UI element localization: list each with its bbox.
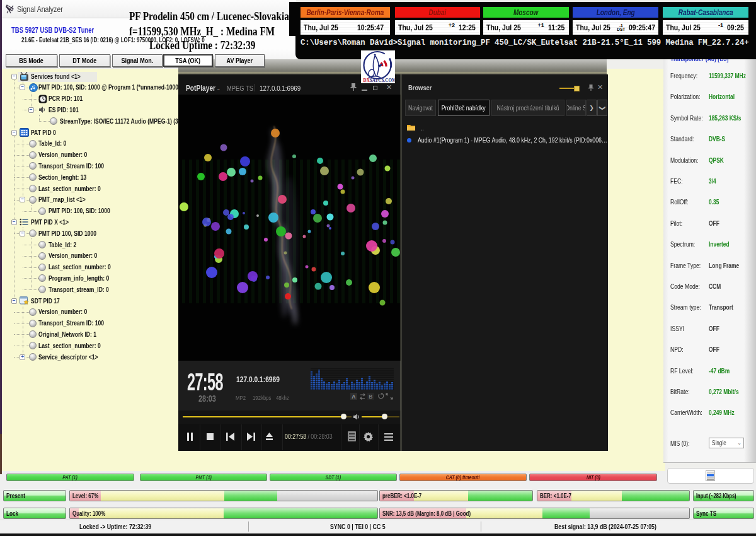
svg-text:B: B bbox=[369, 393, 372, 400]
svg-text:A: A bbox=[352, 393, 355, 400]
svg-text:SATCS.COM: SATCS.COM bbox=[370, 78, 395, 83]
